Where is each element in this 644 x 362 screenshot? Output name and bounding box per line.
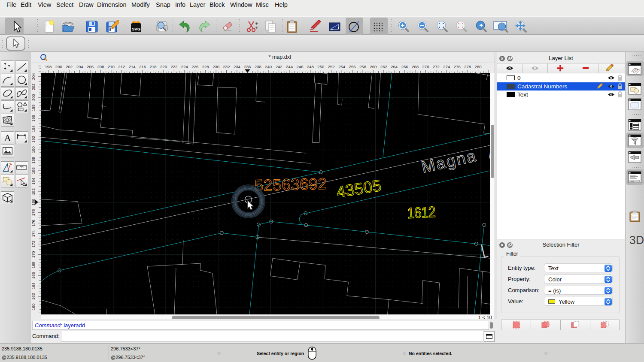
svg-text:A: A [4, 133, 11, 143]
svg-text:266: 266 [401, 64, 408, 69]
svg-text:212: 212 [118, 64, 125, 69]
svg-text:262: 262 [380, 64, 387, 69]
svg-text:278: 278 [464, 64, 471, 69]
svg-text:208: 208 [97, 64, 104, 69]
svg-text:258: 258 [359, 64, 366, 69]
svg-text:52563692: 52563692 [254, 175, 327, 194]
svg-text:260: 260 [370, 64, 377, 69]
svg-text:218: 218 [150, 64, 157, 69]
svg-text:162: 162 [31, 293, 36, 300]
svg-text:166: 166 [31, 272, 36, 279]
svg-text:170: 170 [31, 251, 36, 258]
svg-text:238: 238 [255, 64, 261, 69]
svg-text:280: 280 [475, 64, 482, 69]
svg-text:1612: 1612 [407, 203, 436, 221]
svg-text:204: 204 [76, 64, 83, 69]
svg-text:178: 178 [31, 209, 36, 216]
svg-text:174: 174 [31, 230, 36, 237]
svg-text:220: 220 [160, 64, 167, 69]
svg-text:198: 198 [31, 105, 36, 112]
svg-text:226: 226 [191, 64, 198, 69]
svg-text:232: 232 [223, 64, 230, 69]
svg-text:234: 234 [234, 64, 240, 69]
svg-text:172: 172 [31, 241, 36, 247]
svg-text:196: 196 [31, 115, 36, 122]
svg-text:214: 214 [129, 64, 136, 69]
svg-text:160: 160 [31, 304, 36, 311]
svg-text:230: 230 [213, 64, 219, 69]
svg-text:242: 242 [276, 64, 283, 69]
svg-text:222: 222 [170, 64, 177, 69]
svg-text:184: 184 [31, 178, 36, 185]
svg-text:256: 256 [349, 64, 356, 69]
svg-text:244: 244 [286, 64, 293, 69]
svg-text:270: 270 [422, 64, 429, 69]
svg-text:206: 206 [87, 64, 94, 69]
svg-text:186: 186 [31, 167, 36, 174]
svg-text:254: 254 [338, 64, 345, 69]
svg-text:202: 202 [31, 84, 36, 90]
svg-text:194: 194 [31, 125, 36, 132]
svg-text:182: 182 [31, 188, 36, 195]
svg-text:264: 264 [391, 64, 398, 69]
svg-text:272: 272 [433, 64, 440, 69]
svg-text:268: 268 [412, 64, 419, 69]
svg-text:216: 216 [139, 64, 146, 69]
svg-text:190: 190 [31, 146, 36, 153]
svg-text:236: 236 [244, 64, 251, 69]
svg-text:248: 248 [307, 64, 314, 69]
svg-text:164: 164 [31, 283, 36, 290]
svg-text:204: 204 [31, 73, 36, 80]
svg-text:202: 202 [66, 64, 73, 69]
svg-text:198: 198 [45, 64, 52, 69]
svg-text:250: 250 [317, 64, 324, 69]
svg-text:176: 176 [31, 220, 36, 226]
svg-text:200: 200 [55, 64, 62, 69]
svg-text:228: 228 [202, 64, 209, 69]
svg-text:246: 246 [297, 64, 304, 69]
svg-text:200: 200 [31, 94, 36, 101]
svg-text:SVG: SVG [132, 27, 140, 31]
svg-text:274: 274 [443, 64, 450, 69]
svg-text:210: 210 [108, 64, 115, 69]
svg-text:252: 252 [328, 64, 335, 69]
svg-text:276: 276 [454, 64, 461, 69]
svg-text:224: 224 [181, 64, 188, 69]
svg-text:188: 188 [31, 157, 36, 164]
svg-text:240: 240 [265, 64, 272, 69]
svg-text:192: 192 [31, 136, 36, 143]
svg-text:168: 168 [31, 262, 36, 268]
